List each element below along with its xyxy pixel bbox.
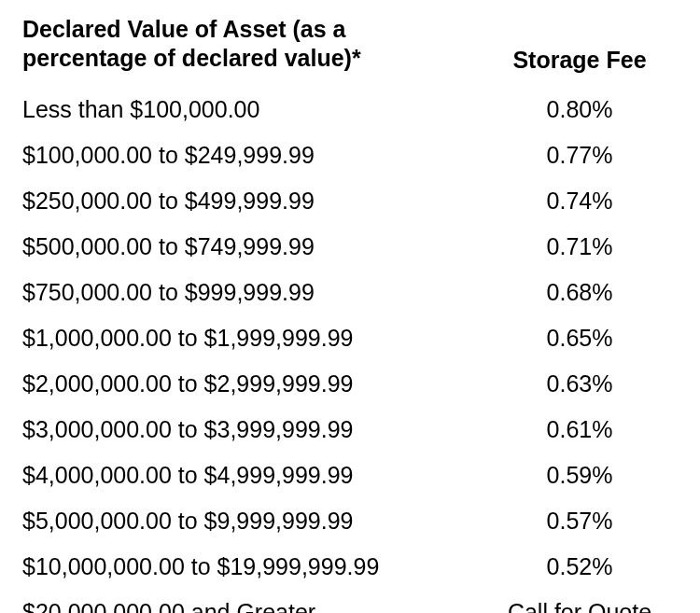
storage-fee-cell: 0.80% [482,96,678,123]
storage-fee-cell: 0.77% [482,142,678,169]
table-row: Less than $100,000.000.80% [22,87,678,132]
declared-value-cell: $750,000.00 to $999,999.99 [22,279,482,306]
storage-fee-cell: 0.65% [482,325,678,352]
header-declared-value: Declared Value of Asset (as a percentage… [22,15,482,74]
declared-value-cell: Less than $100,000.00 [22,96,482,123]
declared-value-cell: $5,000,000.00 to $9,999,999.99 [22,508,482,535]
storage-fee-cell: 0.61% [482,416,678,443]
declared-value-cell: $100,000.00 to $249,999.99 [22,142,482,169]
table-row: $3,000,000.00 to $3,999,999.990.61% [22,407,678,453]
declared-value-cell: $20,000,000.00 and Greater [22,599,482,614]
table-row: $750,000.00 to $999,999.990.68% [22,270,678,315]
declared-value-cell: $500,000.00 to $749,999.99 [22,233,482,260]
table-row: $5,000,000.00 to $9,999,999.990.57% [22,498,678,544]
declared-value-cell: $10,000,000.00 to $19,999,999.99 [22,553,482,580]
table-row: $2,000,000.00 to $2,999,999.990.63% [22,361,678,407]
declared-value-cell: $1,000,000.00 to $1,999,999.99 [22,325,482,352]
declared-value-cell: $3,000,000.00 to $3,999,999.99 [22,416,482,443]
declared-value-cell: $250,000.00 to $499,999.99 [22,188,482,215]
storage-fee-cell: 0.57% [482,508,678,535]
storage-fee-cell: 0.74% [482,188,678,215]
declared-value-cell: $2,000,000.00 to $2,999,999.99 [22,370,482,397]
storage-fee-cell: 0.59% [482,462,678,489]
storage-fee-cell: 0.68% [482,279,678,306]
table-row: $20,000,000.00 and GreaterCall for Quote [22,590,678,614]
table-body: Less than $100,000.000.80%$100,000.00 to… [22,87,678,614]
storage-fee-cell: 0.63% [482,370,678,397]
storage-fee-cell: Call for Quote [482,599,678,614]
table-row: $1,000,000.00 to $1,999,999.990.65% [22,315,678,361]
storage-fee-cell: 0.52% [482,553,678,580]
header-storage-fee: Storage Fee [482,47,678,74]
table-header-row: Declared Value of Asset (as a percentage… [22,15,678,74]
table-row: $500,000.00 to $749,999.990.71% [22,224,678,270]
storage-fee-cell: 0.71% [482,233,678,260]
table-row: $250,000.00 to $499,999.990.74% [22,178,678,224]
storage-fee-table: Declared Value of Asset (as a percentage… [22,15,678,613]
table-row: $10,000,000.00 to $19,999,999.990.52% [22,544,678,590]
table-row: $100,000.00 to $249,999.990.77% [22,132,678,178]
declared-value-cell: $4,000,000.00 to $4,999,999.99 [22,462,482,489]
table-row: $4,000,000.00 to $4,999,999.990.59% [22,453,678,498]
